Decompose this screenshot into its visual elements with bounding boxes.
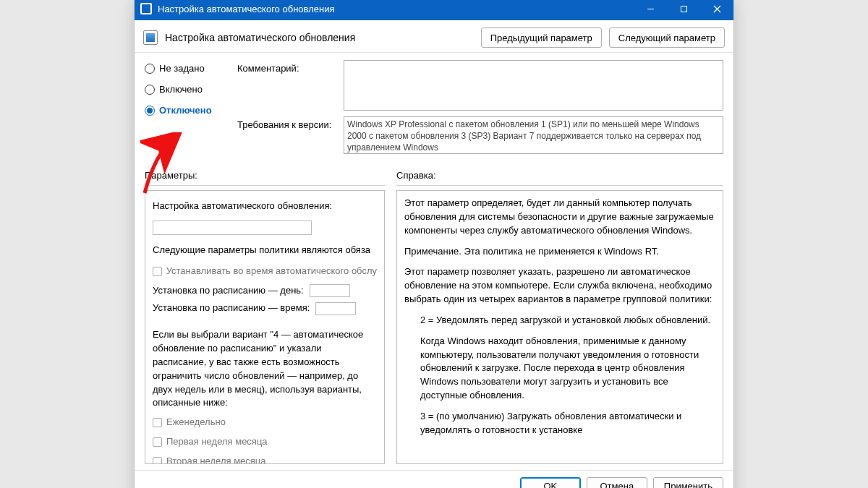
checkbox-icon: [153, 457, 162, 464]
sched-day-label: Установка по расписанию — день:: [153, 284, 304, 298]
state-radio-group: Не задано Включено Отключено: [145, 59, 224, 160]
cb-weekly[interactable]: Еженедельно: [153, 416, 377, 429]
help-option-3: 3 = (по умолчанию) Загружать обновления …: [420, 410, 715, 437]
app-icon: [140, 3, 152, 14]
radio-icon: [145, 85, 155, 95]
radio-enabled[interactable]: Включено: [145, 84, 224, 95]
params-header: Параметры:: [145, 170, 385, 184]
cancel-button[interactable]: Отмена: [587, 477, 647, 489]
policy-intro: Следующие параметры политики являются об…: [153, 244, 377, 257]
help-header: Справка:: [396, 170, 723, 184]
maximize-button[interactable]: [667, 0, 700, 20]
comment-label: Комментарий:: [237, 60, 335, 74]
requirements-text[interactable]: Windows XP Professional с пакетом обновл…: [344, 116, 723, 154]
policy-title: Настройка автоматического обновления: [165, 32, 474, 43]
close-button[interactable]: [700, 0, 733, 20]
sched-time-label: Установка по расписанию — время:: [153, 301, 310, 315]
radio-icon: [145, 64, 155, 74]
checkbox-icon: [153, 418, 162, 427]
radio-label: Отключено: [159, 105, 212, 116]
ok-button[interactable]: OK: [520, 477, 581, 489]
checkbox-label: Первая неделя месяца: [166, 435, 268, 449]
help-paragraph: Этот параметр позволяет указать, разреше…: [404, 265, 715, 307]
policy-editor-window: Настройка автоматического обновления Нас…: [134, 0, 734, 488]
param-title: Настройка автоматического обновления:: [153, 200, 377, 213]
minimize-button[interactable]: [634, 0, 667, 20]
header-row: Настройка автоматического обновления Пре…: [135, 20, 733, 53]
cb-first-week[interactable]: Первая неделя месяца: [153, 435, 377, 449]
sched-time-dropdown[interactable]: [315, 302, 356, 315]
comment-textarea[interactable]: [344, 60, 723, 111]
svg-rect-1: [681, 6, 686, 12]
checkbox-icon: [153, 267, 162, 276]
radio-disabled[interactable]: Отключено: [145, 105, 224, 116]
update-mode-dropdown[interactable]: [153, 221, 312, 235]
checkbox-icon: [153, 437, 162, 447]
requirements-label: Требования к версии:: [237, 116, 335, 130]
checkbox-label: Вторая неделя месяца: [166, 455, 266, 464]
help-panel[interactable]: Этот параметр определяет, будет ли данны…: [396, 190, 723, 464]
previous-setting-button[interactable]: Предыдущий параметр: [481, 27, 602, 48]
dialog-footer: OK Отмена Применить: [135, 470, 733, 488]
checkbox-label: Еженедельно: [166, 416, 226, 429]
radio-label: Включено: [159, 84, 203, 95]
option-note: Если вы выбрали вариант "4 — автоматичес…: [153, 328, 377, 410]
apply-button[interactable]: Применить: [653, 477, 723, 489]
cb-second-week[interactable]: Вторая неделя месяца: [153, 455, 377, 464]
sched-day-dropdown[interactable]: [310, 284, 350, 297]
next-setting-button[interactable]: Следующий параметр: [609, 27, 725, 48]
help-option-2-desc: Когда Windows находит обновления, примен…: [420, 335, 715, 403]
help-option-2: 2 = Уведомлять перед загрузкой и установ…: [420, 314, 715, 328]
radio-not-configured[interactable]: Не задано: [145, 63, 224, 74]
radio-label: Не задано: [159, 63, 205, 74]
checkbox-label: Устанавливать во время автоматического о…: [166, 265, 377, 278]
cb-during-maintenance[interactable]: Устанавливать во время автоматического о…: [153, 265, 377, 278]
policy-icon: [143, 30, 158, 45]
help-paragraph: Этот параметр определяет, будет ли данны…: [404, 197, 715, 238]
title-bar[interactable]: Настройка автоматического обновления: [135, 0, 733, 20]
help-paragraph: Примечание. Эта политика не применяется …: [404, 245, 715, 259]
radio-icon: [145, 106, 155, 116]
window-title: Настройка автоматического обновления: [158, 4, 334, 14]
parameters-panel[interactable]: Настройка автоматического обновления: Сл…: [145, 190, 385, 464]
